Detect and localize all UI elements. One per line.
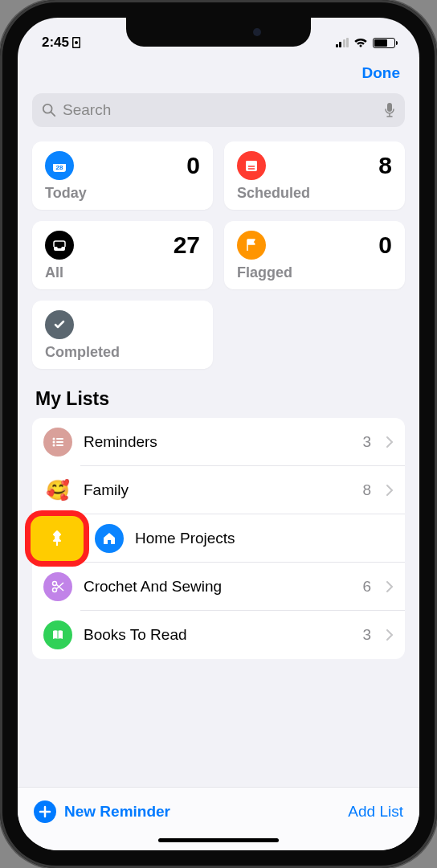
flagged-count: 0 (378, 231, 392, 259)
battery-icon (373, 38, 395, 48)
search-icon (42, 103, 56, 117)
add-list-button[interactable]: Add List (348, 803, 403, 821)
today-label: Today (45, 185, 200, 202)
list-item-reminders[interactable]: Reminders 3 (32, 418, 405, 466)
book-icon (43, 620, 72, 649)
list-count: 8 (362, 481, 371, 499)
wifi-icon (353, 37, 368, 48)
all-label: All (45, 264, 200, 281)
checkmark-icon (45, 310, 74, 339)
plus-icon (34, 800, 56, 823)
new-reminder-label: New Reminder (64, 803, 170, 821)
svg-text:28: 28 (56, 164, 63, 171)
pin-button[interactable] (31, 516, 84, 561)
list-icon (43, 428, 72, 457)
svg-point-15 (53, 441, 55, 444)
search-placeholder: Search (63, 101, 378, 119)
list-item-home-projects[interactable]: Home Projects (32, 514, 405, 563)
chevron-right-icon (386, 436, 394, 448)
list-item-family[interactable]: 🥰 Family 8 (32, 466, 405, 514)
status-time: 2:45 (42, 35, 69, 51)
list-count: 3 (362, 433, 371, 451)
home-icon (95, 524, 124, 553)
completed-label: Completed (45, 344, 200, 361)
svg-rect-10 (246, 161, 257, 164)
pin-icon (48, 530, 66, 547)
calendar-today-icon: 28 (45, 151, 74, 180)
chevron-right-icon (386, 484, 394, 497)
home-indicator[interactable] (158, 838, 279, 842)
scheduled-count: 8 (378, 152, 392, 179)
svg-point-2 (75, 41, 78, 44)
done-button[interactable]: Done (362, 64, 401, 82)
svg-point-3 (43, 104, 52, 113)
new-reminder-button[interactable]: New Reminder (34, 800, 170, 823)
signal-icon (336, 38, 349, 47)
svg-point-13 (53, 438, 55, 440)
today-count: 0 (186, 152, 200, 179)
svg-line-4 (51, 113, 55, 117)
list-count: 6 (362, 578, 371, 596)
all-card[interactable]: 27 All (32, 221, 213, 289)
scissors-icon (43, 572, 72, 601)
list-name: Crochet And Sewing (84, 578, 351, 596)
chevron-right-icon (386, 580, 394, 593)
family-emoji-icon: 🥰 (43, 476, 72, 505)
chevron-right-icon (386, 628, 394, 641)
calendar-icon (237, 151, 266, 180)
mic-icon[interactable] (384, 102, 395, 118)
section-title: My Lists (35, 388, 402, 410)
completed-card[interactable]: Completed (32, 301, 213, 369)
svg-point-17 (53, 444, 55, 447)
scheduled-card[interactable]: 8 Scheduled (224, 141, 405, 210)
today-card[interactable]: 28 0 Today (32, 141, 213, 210)
list-name: Books To Read (84, 626, 351, 644)
list-item-books[interactable]: Books To Read 3 (32, 611, 405, 659)
inbox-icon (45, 231, 74, 260)
flagged-label: Flagged (237, 264, 392, 281)
my-lists: Reminders 3 🥰 Family 8 (32, 418, 405, 659)
scheduled-label: Scheduled (237, 185, 392, 202)
flag-icon (237, 231, 266, 260)
svg-rect-19 (108, 540, 111, 544)
list-name: Home Projects (135, 530, 382, 547)
search-input[interactable]: Search (32, 93, 405, 127)
orientation-lock-icon (72, 37, 80, 48)
flagged-card[interactable]: 0 Flagged (224, 221, 405, 289)
list-name: Reminders (84, 433, 351, 451)
list-count: 3 (362, 626, 371, 644)
list-name: Family (84, 481, 351, 499)
svg-rect-5 (387, 103, 392, 112)
notch (126, 18, 311, 47)
list-item-crochet[interactable]: Crochet And Sewing 6 (32, 563, 405, 611)
all-count: 27 (174, 231, 200, 259)
